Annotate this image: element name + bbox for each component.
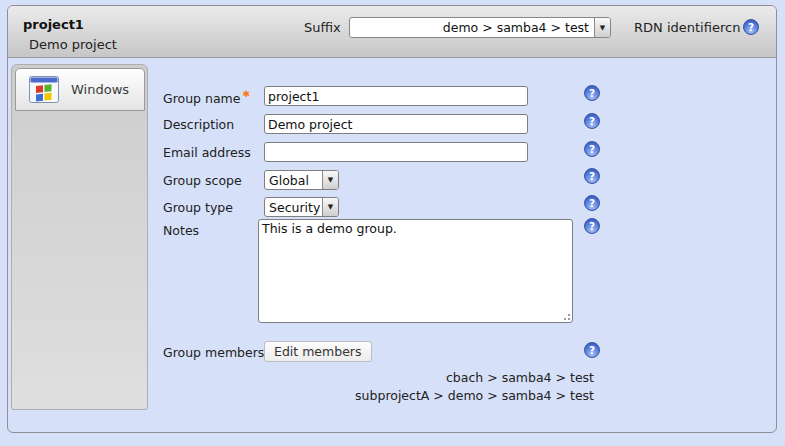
help-icon[interactable]: ? — [584, 195, 600, 211]
group-type-select[interactable]: Security ▼ — [264, 197, 339, 217]
member-item: cbach > samba4 > test — [163, 369, 594, 387]
notes-textarea[interactable]: This is a demo group. — [258, 219, 573, 323]
edit-group-window: project1 Demo project Suffix demo > samb… — [7, 5, 777, 433]
required-asterisk: ✱ — [242, 89, 250, 99]
suffix-selected-value: demo > samba4 > test — [350, 20, 594, 35]
page-title: project1 — [23, 17, 84, 32]
suffix-label: Suffix — [304, 20, 341, 35]
group-scope-select[interactable]: Global ▼ — [264, 170, 339, 190]
rdn-identifier-label: RDN identifier — [634, 20, 725, 35]
windows-logo-icon — [29, 76, 59, 103]
chevron-down-icon[interactable]: ▼ — [594, 18, 610, 37]
email-input[interactable] — [264, 142, 528, 162]
resize-grip-icon[interactable] — [561, 311, 571, 321]
help-icon[interactable]: ? — [584, 218, 600, 234]
tab-windows-label: Windows — [71, 82, 129, 97]
group-type-label: Group type — [163, 200, 233, 215]
help-icon[interactable]: ? — [584, 113, 600, 129]
rdn-identifier-value: cn — [725, 20, 740, 35]
page-background: { "header": { "title": "project1", "subt… — [0, 0, 785, 446]
help-icon[interactable]: ? — [584, 168, 600, 184]
description-input[interactable] — [264, 114, 528, 134]
help-icon[interactable]: ? — [584, 342, 600, 358]
group-name-label: Group name✱ — [163, 89, 250, 106]
group-name-input[interactable] — [264, 86, 528, 106]
group-name-label-text: Group name — [163, 91, 240, 106]
chevron-down-icon[interactable]: ▼ — [322, 171, 338, 189]
tab-windows[interactable]: Windows — [15, 68, 145, 111]
email-label: Email address — [163, 145, 251, 160]
page-subtitle: Demo project — [29, 37, 117, 52]
chevron-down-icon[interactable]: ▼ — [322, 198, 338, 216]
help-icon[interactable]: ? — [584, 85, 600, 101]
member-item: subprojectA > demo > samba4 > test — [163, 387, 594, 405]
group-type-selected-value: Security — [265, 200, 322, 215]
group-members-label: Group members — [163, 345, 264, 360]
help-icon[interactable]: ? — [743, 19, 759, 35]
group-scope-selected-value: Global — [265, 173, 322, 188]
group-scope-label: Group scope — [163, 173, 242, 188]
window-header: project1 Demo project Suffix demo > samb… — [8, 6, 776, 58]
suffix-select[interactable]: demo > samba4 > test ▼ — [349, 17, 611, 38]
notes-label: Notes — [163, 223, 199, 238]
help-icon[interactable]: ? — [584, 141, 600, 157]
edit-members-button[interactable]: Edit members — [264, 341, 372, 362]
group-members-list: cbach > samba4 > test subprojectA > demo… — [163, 369, 594, 405]
tab-column: Windows — [11, 64, 148, 410]
description-label: Description — [163, 117, 234, 132]
